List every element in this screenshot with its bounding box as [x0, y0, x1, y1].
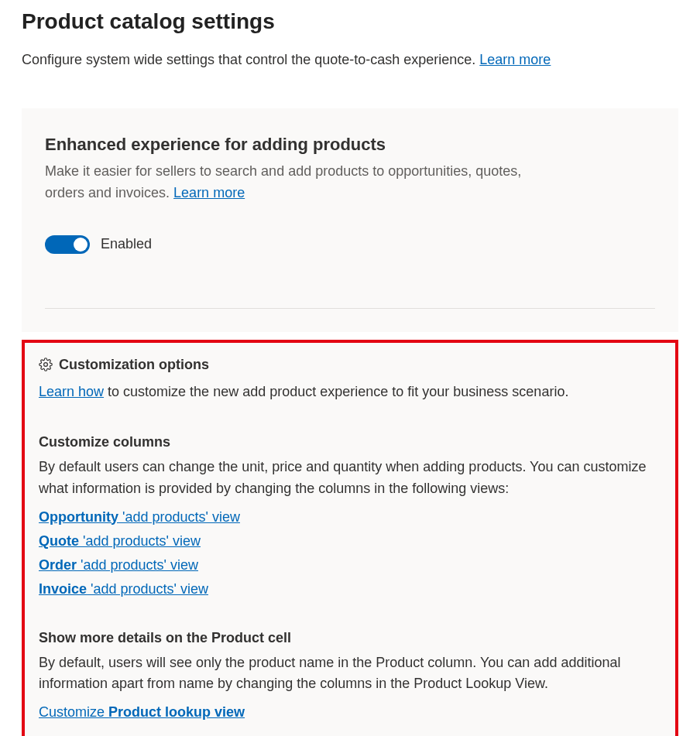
list-item: Quote 'add products' view	[39, 533, 661, 549]
enhanced-desc-text: Make it easier for sellers to search and…	[45, 163, 521, 200]
svg-point-0	[44, 363, 48, 367]
invoice-view-link[interactable]: Invoice 'add products' view	[39, 581, 208, 597]
toggle-knob	[74, 238, 88, 252]
customize-columns-desc: By default users can change the unit, pr…	[39, 457, 661, 500]
order-view-link[interactable]: Order 'add products' view	[39, 557, 198, 573]
enhanced-experience-card: Enhanced experience for adding products …	[22, 108, 678, 332]
customization-options-panel: Customization options Learn how to custo…	[22, 340, 678, 736]
gear-icon	[39, 358, 53, 371]
customize-columns-title: Customize columns	[39, 434, 661, 450]
opportunity-view-link[interactable]: Opportunity 'add products' view	[39, 509, 240, 525]
section-divider	[45, 308, 655, 309]
product-cell-desc: By default, users will see only the prod…	[39, 652, 661, 696]
toggle-label: Enabled	[101, 236, 152, 252]
learn-how-link[interactable]: Learn how	[39, 384, 104, 399]
product-cell-title: Show more details on the Product cell	[39, 630, 661, 646]
customization-intro-text: to customize the new add product experie…	[104, 384, 568, 399]
page-subtitle-text: Configure system wide settings that cont…	[22, 52, 479, 67]
enhanced-title: Enhanced experience for adding products	[45, 135, 655, 155]
customization-header: Customization options	[39, 357, 661, 373]
page-subtitle: Configure system wide settings that cont…	[22, 51, 678, 69]
list-item: Invoice 'add products' view	[39, 581, 661, 597]
page-title: Product catalog settings	[22, 8, 678, 36]
views-link-list: Opportunity 'add products' view Quote 'a…	[39, 509, 661, 597]
customize-product-lookup-link[interactable]: Customize Product lookup view	[39, 704, 245, 720]
enhanced-learn-more-link[interactable]: Learn more	[173, 185, 245, 200]
quote-view-link[interactable]: Quote 'add products' view	[39, 533, 201, 549]
learn-more-link[interactable]: Learn more	[479, 52, 551, 67]
enabled-toggle[interactable]	[45, 235, 90, 254]
list-item: Order 'add products' view	[39, 557, 661, 573]
enhanced-toggle-row: Enabled	[45, 235, 655, 254]
list-item: Opportunity 'add products' view	[39, 509, 661, 525]
enhanced-desc: Make it easier for sellers to search and…	[45, 161, 556, 204]
customization-intro: Learn how to customize the new add produ…	[39, 382, 661, 402]
customization-title: Customization options	[59, 357, 209, 373]
